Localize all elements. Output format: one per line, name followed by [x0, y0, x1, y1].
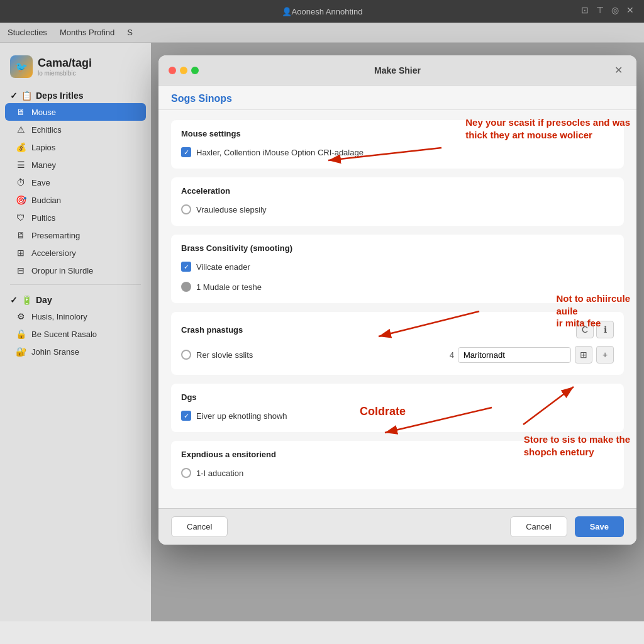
maximize-button[interactable]: [191, 67, 199, 74]
logo-text: Cama/tagi: [38, 57, 92, 70]
modal: Make Shier ✕ Sogs Sinops Mouse settings …: [158, 55, 636, 545]
sidebar-item-pultics[interactable]: 🛡 Pultics: [0, 209, 151, 226]
footer-cancel2-button[interactable]: Cancel: [510, 516, 567, 537]
nav-item-months[interactable]: Months Profind: [60, 28, 114, 37]
brass-checkbox-label: Vilicate enader: [196, 262, 250, 272]
acceleration-title: Acceleration: [181, 186, 614, 196]
crash-radio[interactable]: [181, 350, 191, 360]
crash-option-row: Rer slovie sslits 4 ⊞ +: [181, 343, 614, 366]
crash-text-input[interactable]: [458, 347, 571, 363]
sidebar-item-lapios[interactable]: 💰 Lapios: [0, 138, 151, 156]
lock-icon: 🔒: [15, 329, 26, 339]
crash-plus-button[interactable]: +: [596, 346, 614, 364]
sidebar-item-oropur[interactable]: ⊟ Oropur in Slurdle: [0, 262, 151, 279]
brass-radio-label: 1 Mudale or teshe: [196, 282, 262, 292]
mouse-settings-label: Haxler, Collention iMouse Option CRI-ada…: [196, 148, 364, 157]
expndious-radio[interactable]: [181, 468, 191, 478]
crash-c-button[interactable]: C: [576, 321, 594, 338]
acceleration-section: Acceleration Vrauleduse slepsily: [171, 177, 624, 226]
sidebar-item-johin[interactable]: 🔐 Johin Sranse: [0, 343, 151, 360]
sidebar-item-husis[interactable]: ⚙ Husis, Ininolory: [0, 308, 151, 325]
mouse-settings-checkbox[interactable]: ✓: [181, 147, 191, 157]
grid-icon: ⊞: [15, 248, 26, 258]
sidebar-item-accelersiory[interactable]: ⊞ Accelersiory: [0, 244, 151, 262]
top-bar-icons: ⊡ ⊤ ◎ ✕: [581, 5, 634, 15]
target-icon: 🎯: [15, 195, 26, 205]
modal-title: Make Shier: [374, 65, 421, 75]
close-icon[interactable]: ✕: [626, 5, 634, 15]
acceleration-option: Vrauleduse slepsily: [181, 202, 614, 217]
expndious-title: Expndious a ensitoriend: [181, 450, 614, 459]
crash-section: Crash pnastugs C ℹ Rer slovie sslits: [171, 312, 624, 375]
modal-subtitle: Sogs Sinops: [158, 86, 636, 110]
share-icon: ⊡: [581, 5, 589, 15]
checkmark-icon: ✓: [10, 91, 18, 101]
close-button[interactable]: [169, 67, 176, 74]
modal-body: Mouse settings ✓ Haxler, Collention iMou…: [158, 110, 636, 508]
sidebar-item-presemarting[interactable]: 🖥 Presemarting: [0, 226, 151, 244]
money-icon: 💰: [15, 142, 26, 152]
logo-sub: lo miemsblbic: [38, 70, 92, 77]
sidebar-item-mouse[interactable]: 🖥 Mouse: [5, 103, 146, 121]
modal-footer: Cancel Cancel Save: [158, 508, 636, 545]
sidebar-logo: 🐦 Cama/tagi lo miemsblbic: [0, 50, 151, 86]
top-bar-title: Aoonesh Annohtind: [292, 7, 363, 16]
menu-icon: ☰: [15, 160, 26, 170]
acceleration-label: Vrauleduse slepsily: [196, 205, 267, 214]
brass-title: Brass Consitivity (smooting): [181, 243, 614, 253]
content-area: Make Shier ✕ Sogs Sinops Mouse settings …: [151, 43, 644, 621]
crash-num: 4: [450, 350, 454, 360]
dgs-checkbox[interactable]: ✓: [181, 411, 191, 421]
mouse-settings-title: Mouse settings: [181, 129, 614, 138]
expndious-radio-label: 1-I aducation: [196, 469, 243, 478]
background-window: 👤 Aoonesh Annohtind ⊡ ⊤ ◎ ✕ Stuclecties …: [0, 0, 644, 644]
sidebar-item-be-sucent[interactable]: 🔒 Be Sucent Rasalo: [0, 325, 151, 343]
crash-info-button[interactable]: ℹ: [596, 321, 614, 338]
sidebar: 🐦 Cama/tagi lo miemsblbic ✓ 📋 Deps Iritl…: [0, 43, 151, 621]
mouse-settings-option: ✓ Haxler, Collention iMouse Option CRI-a…: [181, 145, 614, 160]
section1-header: ✓ 📋 Deps Iritles: [0, 86, 151, 103]
traffic-lights: [169, 67, 199, 74]
sidebar-item-budcian[interactable]: 🎯 Budcian: [0, 191, 151, 209]
brass-checkbox-row: ✓ Vilicate enader: [181, 259, 614, 274]
minimize-button[interactable]: [180, 67, 187, 74]
brass-checkbox[interactable]: ✓: [181, 262, 191, 272]
modal-close-button[interactable]: ✕: [611, 63, 626, 77]
dgs-section: Dgs ✓ Eiver up eknotling showh: [171, 384, 624, 432]
modal-title-bar: Make Shier ✕: [158, 55, 636, 86]
sidebar-item-eave[interactable]: ⏱ Eave: [0, 174, 151, 191]
mouse-icon: 🖥: [15, 107, 26, 117]
clock-icon: ⏱: [15, 177, 26, 187]
dgs-checkbox-label: Eiver up eknotling showh: [196, 411, 287, 421]
check2-icon: ✓: [10, 295, 18, 305]
battery-icon: 🔋: [21, 295, 32, 305]
mouse-settings-section: Mouse settings ✓ Haxler, Collention iMou…: [171, 120, 624, 169]
brass-section: Brass Consitivity (smooting) ✓ Vilicate …: [171, 235, 624, 303]
crash-radio-label: Rer slovie sslits: [196, 350, 253, 360]
sidebar-item-echitlics[interactable]: ⚠ Echitlics: [0, 121, 151, 138]
monitor-icon: 🖥: [15, 230, 26, 240]
table-icon: ⊟: [15, 265, 26, 275]
footer-center: Cancel Save: [510, 516, 624, 537]
acceleration-radio[interactable]: [181, 204, 191, 214]
dgs-option: ✓ Eiver up eknotling showh: [181, 408, 614, 423]
nav-bar: Stuclecties Months Profind S: [0, 23, 644, 43]
brass-radio[interactable]: [181, 282, 191, 292]
section2-header: ✓ 🔋 Day: [0, 290, 151, 308]
user-icon: 👤: [282, 7, 292, 16]
crash-grid-button[interactable]: ⊞: [575, 346, 592, 364]
expndious-option: 1-I aducation: [181, 465, 614, 480]
sidebar-item-maney[interactable]: ☰ Maney: [0, 156, 151, 174]
crash-title: Crash pnastugs: [181, 325, 243, 335]
section1-icon: 📋: [21, 91, 32, 101]
footer-save-button[interactable]: Save: [575, 516, 624, 537]
brass-radio-row: 1 Mudale or teshe: [181, 279, 614, 294]
nav-item-s[interactable]: S: [127, 28, 133, 37]
nav-item-stuclecties[interactable]: Stuclecties: [8, 28, 47, 37]
sidebar-divider: [10, 284, 141, 285]
gear-icon: ⚙: [15, 311, 26, 321]
modal-overlay: Make Shier ✕ Sogs Sinops Mouse settings …: [151, 43, 644, 621]
shield-icon: 🛡: [15, 213, 26, 223]
warning-icon: ⚠: [15, 125, 26, 135]
footer-cancel1-button[interactable]: Cancel: [171, 516, 228, 537]
